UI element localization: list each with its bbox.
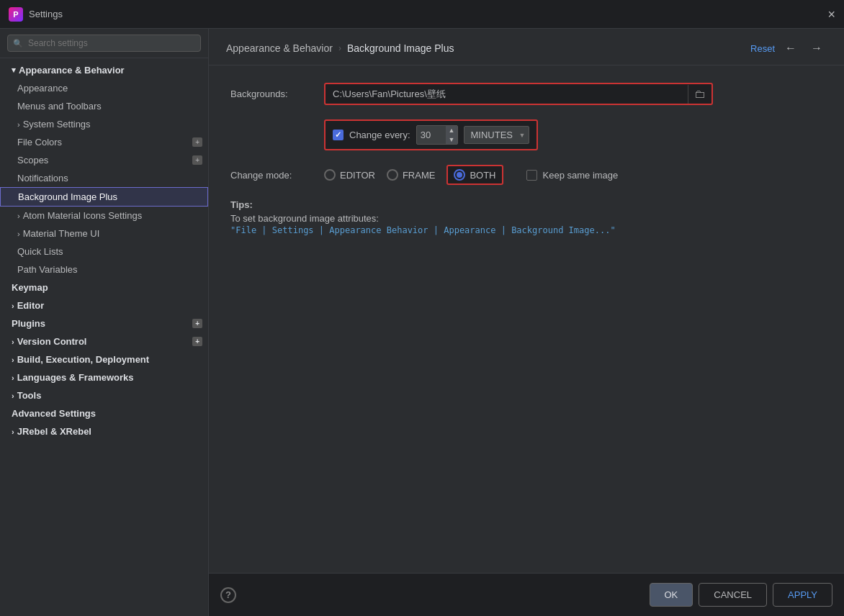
tips-line1: To set background image attributes: bbox=[230, 213, 822, 224]
sidebar-item-file-colors[interactable]: File Colors + bbox=[0, 133, 208, 151]
sidebar-item-plugins[interactable]: Plugins + bbox=[0, 314, 208, 332]
radio-both-circle bbox=[454, 169, 465, 181]
sidebar-item-label: Notifications bbox=[17, 173, 68, 184]
sidebar-item-path-variables[interactable]: Path Variables bbox=[0, 261, 208, 278]
ok-button[interactable]: OK bbox=[650, 583, 693, 607]
sidebar-item-label: System Settings bbox=[23, 119, 91, 130]
sidebar-item-label: Appearance bbox=[17, 83, 68, 94]
sidebar-item-menus-toolbars[interactable]: Menus and Toolbars bbox=[0, 97, 208, 115]
sidebar-item-label: Build, Execution, Deployment bbox=[17, 354, 149, 365]
header-actions: Reset ← → bbox=[750, 40, 827, 56]
sidebar-item-label: Path Variables bbox=[17, 264, 78, 275]
spin-up-button[interactable]: ▲ bbox=[446, 126, 458, 135]
breadcrumb-appearance: Appearance & Behavior bbox=[226, 42, 333, 54]
radio-editor[interactable]: EDITOR bbox=[324, 169, 375, 181]
folder-browse-button[interactable]: 🗀 bbox=[688, 85, 711, 104]
sidebar-item-tools[interactable]: › Tools bbox=[0, 386, 208, 404]
sidebar-item-keymap[interactable]: Keymap bbox=[0, 278, 208, 296]
sidebar-item-system-settings[interactable]: › System Settings bbox=[0, 115, 208, 133]
cancel-button[interactable]: CANCEL bbox=[699, 583, 767, 607]
sidebar-item-label: Quick Lists bbox=[17, 246, 63, 257]
reset-button[interactable]: Reset bbox=[750, 43, 775, 54]
sidebar-nav: ▾ Appearance & Behavior Appearance Menus… bbox=[0, 58, 208, 616]
next-arrow[interactable]: → bbox=[807, 40, 827, 56]
sidebar-item-languages[interactable]: › Languages & Frameworks bbox=[0, 368, 208, 386]
content-area: Appearance & Behavior › Background Image… bbox=[209, 29, 844, 616]
sidebar-item-label: Editor bbox=[17, 300, 45, 311]
help-button[interactable]: ? bbox=[220, 587, 236, 603]
sidebar-item-label: JRebel & XRebel bbox=[17, 426, 91, 437]
scopes-badge: + bbox=[192, 155, 202, 165]
close-button[interactable]: × bbox=[827, 8, 835, 21]
minutes-select[interactable]: MINUTES HOURS DAYS bbox=[464, 126, 529, 144]
prev-arrow[interactable]: ← bbox=[781, 40, 801, 56]
sidebar-item-atom-material-icons[interactable]: › Atom Material Icons Settings bbox=[0, 207, 208, 225]
radio-both-wrap: BOTH bbox=[446, 165, 503, 185]
sidebar-item-version-control[interactable]: › Version Control + bbox=[0, 332, 208, 350]
radio-both[interactable]: BOTH bbox=[454, 169, 495, 181]
breadcrumb-separator: › bbox=[338, 43, 341, 53]
tips-line2: "File | Settings | Appearance Behavior |… bbox=[230, 225, 822, 235]
backgrounds-label: Backgrounds: bbox=[230, 89, 324, 99]
sidebar-item-jrebel[interactable]: › JRebel & XRebel bbox=[0, 422, 208, 440]
radio-frame[interactable]: FRAME bbox=[387, 169, 436, 181]
sidebar-item-editor[interactable]: › Editor bbox=[0, 296, 208, 314]
change-every-row: Change every: ▲ ▼ MINUTES HOURS DAYS bbox=[230, 119, 822, 150]
title-bar: P Settings × bbox=[0, 0, 844, 29]
sidebar-item-label: Atom Material Icons Settings bbox=[23, 210, 142, 221]
sidebar-item-label: File Colors bbox=[17, 137, 62, 148]
tips-title: Tips: bbox=[230, 199, 822, 210]
change-every-checkbox[interactable] bbox=[333, 130, 344, 140]
change-mode-row: Change mode: EDITOR FRAME BOTH bbox=[230, 165, 822, 185]
spin-buttons: ▲ ▼ bbox=[446, 126, 458, 144]
backgrounds-row: Backgrounds: 🗀 bbox=[230, 83, 822, 105]
sidebar-item-scopes[interactable]: Scopes + bbox=[0, 151, 208, 169]
sidebar-search-area bbox=[0, 29, 208, 58]
radio-frame-circle bbox=[387, 169, 398, 181]
sidebar-item-appearance-behavior[interactable]: ▾ Appearance & Behavior bbox=[0, 61, 208, 79]
sidebar-item-label: Advanced Settings bbox=[12, 408, 96, 419]
change-every-label: Change every: bbox=[349, 130, 410, 140]
keep-same-checkbox[interactable] bbox=[526, 170, 537, 181]
main-layout: ▾ Appearance & Behavior Appearance Menus… bbox=[0, 29, 844, 616]
keep-same-label: Keep same image bbox=[543, 170, 619, 181]
sidebar-item-label: Background Image Plus bbox=[18, 191, 117, 202]
content-body: Backgrounds: 🗀 Change every: ▲ ▼ bbox=[209, 65, 844, 573]
sidebar-item-label: Scopes bbox=[17, 155, 48, 166]
spin-down-button[interactable]: ▼ bbox=[446, 135, 458, 145]
change-every-number-input[interactable] bbox=[417, 127, 446, 142]
chevron-icon: › bbox=[17, 120, 20, 129]
sidebar-item-material-theme-ui[interactable]: › Material Theme UI bbox=[0, 225, 208, 243]
window-title: Settings bbox=[29, 9, 63, 19]
chevron-icon: › bbox=[12, 355, 14, 364]
minutes-select-wrap: MINUTES HOURS DAYS bbox=[464, 126, 529, 144]
sidebar-item-background-image-plus[interactable]: Background Image Plus bbox=[0, 187, 208, 207]
sidebar-item-build[interactable]: › Build, Execution, Deployment bbox=[0, 350, 208, 368]
breadcrumb-current: Background Image Plus bbox=[347, 42, 454, 54]
radio-editor-label: EDITOR bbox=[340, 170, 375, 181]
chevron-icon: › bbox=[12, 373, 14, 382]
plugins-badge: + bbox=[192, 319, 202, 328]
content-header: Appearance & Behavior › Background Image… bbox=[209, 29, 844, 65]
change-mode-label: Change mode: bbox=[230, 170, 324, 181]
sidebar-item-label: Appearance & Behavior bbox=[19, 65, 125, 76]
change-every-wrap: Change every: ▲ ▼ MINUTES HOURS DAYS bbox=[324, 119, 538, 150]
sidebar-item-appearance[interactable]: Appearance bbox=[0, 79, 208, 97]
backgrounds-input[interactable] bbox=[326, 84, 688, 104]
bottom-bar: ? OK CANCEL APPLY bbox=[209, 573, 844, 616]
apply-button[interactable]: APPLY bbox=[773, 583, 832, 607]
sidebar-item-label: Plugins bbox=[12, 318, 45, 329]
chevron-icon: › bbox=[12, 302, 14, 310]
chevron-icon: › bbox=[12, 391, 14, 400]
sidebar-item-label: Languages & Frameworks bbox=[17, 372, 134, 383]
breadcrumb: Appearance & Behavior › Background Image… bbox=[226, 42, 454, 54]
app-icon: P bbox=[9, 7, 23, 22]
sidebar-item-advanced-settings[interactable]: Advanced Settings bbox=[0, 404, 208, 422]
vc-badge: + bbox=[192, 337, 202, 346]
number-input-wrap: ▲ ▼ bbox=[416, 125, 459, 145]
sidebar-item-quick-lists[interactable]: Quick Lists bbox=[0, 243, 208, 261]
keep-same-wrap: Keep same image bbox=[526, 170, 619, 181]
sidebar-item-notifications[interactable]: Notifications bbox=[0, 169, 208, 187]
search-input[interactable] bbox=[7, 35, 201, 52]
path-input-wrap: 🗀 bbox=[324, 83, 713, 105]
